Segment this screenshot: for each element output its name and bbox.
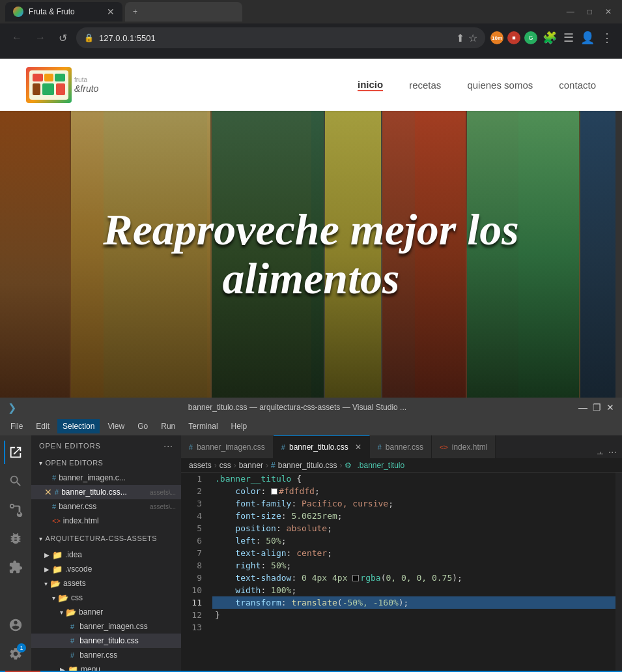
- vscode-minimize[interactable]: —: [578, 402, 587, 413]
- bc-hash: #: [271, 461, 276, 470]
- line-num: 13: [186, 621, 202, 634]
- menu-help[interactable]: Help: [226, 419, 253, 433]
- bc-class[interactable]: .banner_titulo: [357, 461, 404, 470]
- more-tabs-btn[interactable]: ···: [608, 446, 617, 458]
- window-close[interactable]: ✕: [600, 5, 617, 19]
- vscode-restore[interactable]: ❐: [593, 402, 601, 413]
- sidebar-menu-btn[interactable]: ···: [163, 441, 173, 451]
- browser-tab-new[interactable]: +: [125, 2, 242, 22]
- extensions-icon[interactable]: 🧩: [541, 29, 558, 46]
- profiles-icon[interactable]: ☰: [562, 29, 575, 46]
- tab-banner-titulo[interactable]: # banner_titulo.css ✕: [274, 435, 370, 458]
- avatar-icon[interactable]: 👤: [579, 29, 596, 46]
- code-lines[interactable]: .banner__titulo { color : #fdfdfd ; fon: [207, 473, 615, 671]
- code-prop: right: [215, 559, 261, 572]
- back-button[interactable]: ←: [8, 29, 26, 46]
- tab-close-button[interactable]: ✕: [107, 7, 115, 17]
- folder-banner[interactable]: ▾ 📂 banner: [31, 605, 181, 619]
- lock-icon: 🔒: [84, 33, 94, 42]
- open-editor-banner-titulo[interactable]: ✕ # banner_titulo.css... assets\...: [31, 485, 181, 499]
- folder-menu[interactable]: ▶ 📁 menu: [31, 662, 181, 671]
- open-editor-name-active: banner_titulo.css...: [61, 488, 127, 497]
- tab-index[interactable]: <> index.html: [432, 435, 496, 458]
- breadcrumb-bar: assets › css › banner › # banner_titulo.…: [181, 458, 622, 473]
- activity-search[interactable]: [4, 469, 27, 493]
- folder-css[interactable]: ▾ 📂 css: [31, 591, 181, 605]
- open-editor-name: banner.css: [59, 502, 96, 511]
- folder-vscode[interactable]: ▶ 📁 .vscode: [31, 562, 181, 576]
- address-bar[interactable]: 🔒 127.0.0.1:5501 ⬆ ☆: [76, 27, 485, 48]
- code-fn: translate: [291, 596, 337, 609]
- svg-rect-4: [33, 83, 40, 95]
- folder-icon: 📂: [50, 579, 61, 589]
- vscode-close[interactable]: ✕: [606, 402, 614, 413]
- menu-selection[interactable]: Selection: [57, 419, 100, 433]
- menu-view[interactable]: View: [102, 419, 130, 433]
- activity-source-control[interactable]: [4, 498, 27, 521]
- file-banner-imagen[interactable]: # banner_imagen.css: [31, 619, 181, 634]
- activity-account[interactable]: [4, 613, 27, 637]
- code-line-7: text-align : center ;: [212, 547, 615, 559]
- forward-button[interactable]: →: [31, 29, 49, 46]
- nav-contacto[interactable]: contacto: [559, 80, 596, 91]
- code-line-3: font-family : Pacifico, cursive ;: [212, 497, 615, 510]
- editor-scrollbar[interactable]: [615, 473, 622, 671]
- folder-idea[interactable]: ▶ 📁 .idea: [31, 548, 181, 562]
- menu-run[interactable]: Run: [156, 419, 180, 433]
- open-editor-banner-imagen[interactable]: # banner_imagen.c...: [31, 471, 181, 485]
- split-editor-btn[interactable]: ⫠: [595, 446, 606, 458]
- window-minimize[interactable]: —: [561, 5, 580, 19]
- file-banner-titulo[interactable]: # banner_titulo.css: [31, 634, 181, 648]
- bc-sep: ›: [234, 461, 236, 470]
- bc-css[interactable]: css: [219, 461, 231, 470]
- file-path: assets\...: [150, 489, 176, 496]
- tab-bar: Fruta & Fruto ✕ + — □ ✕: [0, 0, 622, 23]
- code-number: -50%, -160%: [343, 596, 399, 609]
- browser-tab-active[interactable]: Fruta & Fruto ✕: [5, 2, 122, 22]
- menu-go[interactable]: Go: [132, 419, 153, 433]
- tab-close-icon[interactable]: ✕: [355, 443, 361, 452]
- activity-explorer[interactable]: [4, 441, 27, 464]
- code-semi: ;: [457, 572, 462, 584]
- ext-red[interactable]: ■: [507, 31, 520, 44]
- code-paren: (: [381, 572, 386, 584]
- vscode-logo: ❯: [8, 402, 16, 414]
- browser-menu-icon[interactable]: ⋮: [600, 29, 614, 46]
- activity-extensions[interactable]: [4, 555, 27, 579]
- open-editors-section[interactable]: ▾ OPEN EDITORS: [31, 456, 181, 469]
- menu-file[interactable]: File: [5, 419, 28, 433]
- code-value: Pacifico, cursive: [302, 497, 388, 510]
- line-num: 8: [186, 559, 202, 572]
- activity-debug[interactable]: [4, 527, 27, 550]
- tab-banner-imagen[interactable]: # banner_imagen.css: [181, 435, 274, 458]
- ext-green[interactable]: G: [524, 31, 537, 44]
- menu-terminal[interactable]: Terminal: [183, 419, 223, 433]
- bookmark-icon[interactable]: ☆: [468, 32, 477, 44]
- folder-name: menu: [81, 665, 100, 671]
- explorer-section[interactable]: ▾ ARQUITECTURA-CSS-ASSETS: [31, 532, 181, 545]
- code-paren: ): [452, 572, 457, 584]
- nav-recetas[interactable]: recetas: [409, 80, 441, 91]
- bc-banner[interactable]: banner: [239, 461, 263, 470]
- nav-quienes-somos[interactable]: quienes somos: [467, 80, 533, 91]
- css-icon: #: [52, 503, 56, 510]
- timer-extension[interactable]: 10m: [490, 31, 503, 44]
- code-colon: :: [287, 547, 297, 559]
- open-editor-index[interactable]: <> index.html: [31, 514, 181, 528]
- open-editor-banner[interactable]: # banner.css assets\...: [31, 499, 181, 514]
- bc-assets[interactable]: assets: [189, 461, 212, 470]
- editor-content: 1 2 3 4 5 6 7 8 9 10 11 12 13: [181, 473, 622, 671]
- tab-banner[interactable]: # banner.css: [370, 435, 432, 458]
- menu-edit[interactable]: Edit: [31, 419, 55, 433]
- nav-inicio[interactable]: inicio: [358, 79, 383, 91]
- refresh-button[interactable]: ↺: [55, 29, 71, 47]
- file-banner[interactable]: # banner.css: [31, 648, 181, 662]
- website-preview: fruta &fruto inicio recetas quienes somo…: [0, 59, 622, 398]
- folder-assets[interactable]: ▾ 📂 assets: [31, 576, 181, 591]
- bc-file[interactable]: banner_titulo.css: [278, 461, 337, 470]
- vscode-title-left: ❯: [8, 402, 16, 414]
- activity-settings[interactable]: 1: [4, 642, 27, 665]
- window-maximize[interactable]: □: [582, 5, 597, 19]
- code-line-9: text-shadow : 0 4px 4px rgba ( 0, 0, 0, …: [212, 572, 615, 584]
- share-icon[interactable]: ⬆: [456, 32, 464, 44]
